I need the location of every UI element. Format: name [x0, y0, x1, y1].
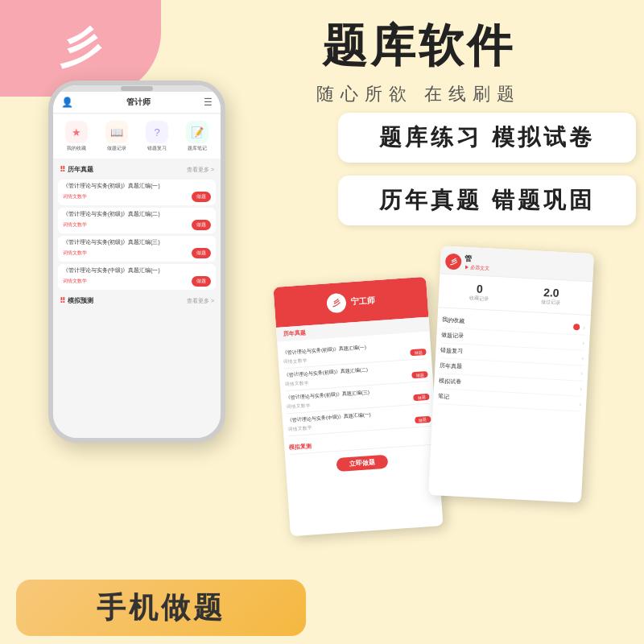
main-title: 题库软件 — [209, 16, 628, 77]
do-exam-btn-0[interactable]: 做题 — [192, 192, 211, 202]
card-left: 彡 宁工师 历年真题 《管计理论与实务(初级)》真题汇编(一) 词情文数学 做题… — [273, 277, 443, 536]
quick-icons: ★ 我的收藏 📖 做题记录 ? 错题复习 — [53, 114, 221, 159]
stat-label-a: 收藏记录 — [469, 295, 489, 303]
bottom-label-text: 手机做题 — [97, 588, 225, 628]
section-mock-header: ⠿ 模拟预测 查看更多 > — [53, 293, 221, 308]
logo-icon: 彡 — [60, 20, 101, 76]
feature-badge-2: 历年真题 错题巩固 — [338, 175, 636, 225]
card-left-body: 《管计理论与实务(初级)》真题汇编(一) 词情文数学 做题 《管计理论与实务(初… — [277, 332, 440, 481]
list-item-0: 《管计理论与实务(初级)》真题汇编(一) 词情文数学 做题 — [58, 180, 216, 205]
quick-icon-2[interactable]: ? 错题复习 — [146, 121, 168, 152]
card-left-title: 宁工师 — [350, 295, 375, 308]
title-area: 题库软件 随心所欲 在线刷题 — [209, 16, 628, 106]
card-right-logo: 彡 — [449, 256, 457, 266]
bottom-label: 手机做题 — [16, 580, 306, 636]
list-item-3: 《管计理论与实务(中级)》真题汇编(一) 词情文数学 做题 — [58, 264, 216, 290]
list-item-2: 《管计理论与实务(初级)》真题汇编(三) 词情文数学 做题 — [58, 236, 216, 262]
menu-icon: ☰ — [204, 97, 213, 108]
card-btn-3[interactable]: 做题 — [415, 416, 431, 423]
user-icon: 👤 — [61, 97, 73, 108]
card-logo: 彡 — [332, 297, 341, 309]
do-exam-btn-3[interactable]: 做题 — [192, 276, 211, 287]
phone-mockup: 👤 管计师 ☰ ★ 我的收藏 📖 做题记录 — [48, 80, 225, 443]
stat-label-b: 做过记录 — [541, 299, 560, 307]
card-btn-0[interactable]: 做题 — [410, 349, 427, 356]
do-exam-btn-2[interactable]: 做题 — [192, 248, 211, 258]
quick-icon-0[interactable]: ★ 我的收藏 — [65, 121, 88, 152]
phone-header-title: 管计师 — [73, 97, 204, 108]
mock-section-title: 模拟复测 — [289, 434, 432, 452]
list-item-1: 《管计理论与实务(初级)》真题汇编(二) 词情文数学 做题 — [58, 208, 216, 233]
card-btn-1[interactable]: 做题 — [411, 371, 428, 378]
sub-title: 随心所欲 在线刷题 — [209, 82, 628, 106]
features-area: 题库练习 模拟试卷 历年真题 错题巩固 — [338, 113, 636, 238]
card-right: 彡 管 ▶ 必选文文 0 收藏记录 2.0 做过记录 我的收藏 › 做题记录 — [428, 246, 594, 503]
card-right-body: 我的收藏 › 做题记录 › 错题复习 › 历年真题 › 模拟试卷 › 笔记 › — [433, 308, 591, 417]
stat-a: 0 — [470, 282, 490, 295]
phone-header: 👤 管计师 ☰ — [53, 92, 221, 114]
card-right-sub: ▶ 必选文文 — [464, 264, 490, 273]
quick-icon-3[interactable]: 📝 题库笔记 — [186, 121, 208, 152]
card-bottom-btn[interactable]: 立即做题 — [336, 455, 388, 472]
stat-b: 2.0 — [541, 286, 561, 299]
quick-icon-1[interactable]: 📖 做题记录 — [105, 121, 128, 152]
do-exam-btn-1[interactable]: 做题 — [192, 220, 211, 230]
feature-badge-1: 题库练习 模拟试卷 — [338, 113, 636, 163]
section-history-header: ⠿ 历年真题 查看更多 > — [53, 162, 221, 177]
dot-indicator — [573, 324, 580, 330]
card-btn-2[interactable]: 做题 — [413, 394, 430, 401]
